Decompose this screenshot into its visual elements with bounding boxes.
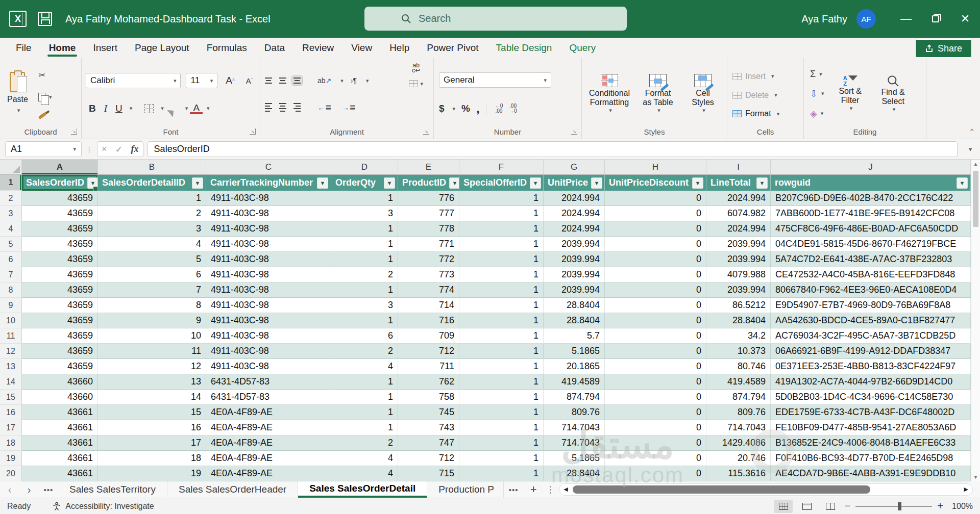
cell[interactable]: 475CF8C6-49F6-486E-B0AD-AFC6A50CDD	[771, 221, 971, 237]
cell[interactable]: 2039.994	[544, 282, 605, 298]
cell[interactable]: 2024.994	[706, 221, 771, 237]
cell[interactable]: 1	[331, 191, 398, 206]
cell[interactable]: 10	[98, 328, 206, 344]
cell[interactable]: 28.8404	[706, 313, 771, 328]
name-box[interactable]: A1▾	[5, 141, 82, 157]
autosum-button[interactable]: Σ▾	[807, 68, 827, 81]
cell[interactable]: 712	[398, 451, 459, 466]
expand-formula-bar-icon[interactable]: ▾	[962, 141, 979, 157]
cell[interactable]: 4911-403C-98	[206, 328, 331, 344]
cell[interactable]: 774	[398, 282, 459, 298]
cell[interactable]: 06A66921-6B9F-4199-A912-DDAFD38347	[771, 344, 971, 359]
cancel-formula-button[interactable]: ×	[102, 144, 107, 155]
cell[interactable]: E9D54907-E7B7-4969-80D9-76BA69F8A8	[771, 298, 971, 313]
align-right-button[interactable]	[292, 101, 302, 113]
fill-color-button[interactable]	[166, 102, 181, 115]
cell[interactable]: 776	[398, 191, 459, 206]
cell[interactable]: 809.76	[706, 405, 771, 420]
search-input[interactable]: Search	[364, 7, 627, 31]
column-header-A[interactable]: A	[22, 160, 98, 174]
next-sheet-button[interactable]: ›	[19, 481, 39, 498]
column-header-D[interactable]: D	[331, 160, 398, 174]
cell[interactable]: 4079.988	[706, 267, 771, 282]
cell[interactable]: 0	[605, 466, 706, 481]
cell[interactable]: 1	[459, 252, 544, 267]
row-header-20[interactable]: 20	[0, 466, 22, 481]
cell[interactable]: 0	[605, 451, 706, 466]
filter-dropdown-icon[interactable]: ▼	[591, 177, 602, 189]
filter-dropdown-icon[interactable]: ▼	[957, 177, 968, 189]
find-select-button[interactable]: Find & Select▾	[873, 62, 913, 125]
cell[interactable]: 1	[459, 451, 544, 466]
cell[interactable]: 43661	[22, 405, 98, 420]
cell[interactable]: 809.76	[544, 405, 605, 420]
clear-button[interactable]: ◈▾	[807, 107, 827, 120]
cell[interactable]: 1	[331, 405, 398, 420]
cell[interactable]: 80667840-F962-4EE3-96E0-AECA108E0D4	[771, 282, 971, 298]
cell[interactable]: AE4CDA7D-9B6E-4ABB-A391-E9E9DDB10	[771, 466, 971, 481]
row-header-12[interactable]: 12	[0, 344, 22, 359]
cell[interactable]: 12	[98, 359, 206, 374]
cell[interactable]: 716	[398, 313, 459, 328]
ribbon-tab-file[interactable]: File	[7, 38, 40, 58]
cell-styles-button[interactable]: Cell Styles▾	[682, 62, 724, 125]
cell[interactable]: 743	[398, 420, 459, 435]
column-header-I[interactable]: I	[706, 160, 771, 174]
cell[interactable]: 2039.994	[706, 237, 771, 252]
cell[interactable]: 1	[459, 206, 544, 221]
cell[interactable]: 14	[98, 390, 206, 405]
cell[interactable]: 4911-403C-98	[206, 313, 331, 328]
cell[interactable]: 28.8404	[544, 298, 605, 313]
cell[interactable]: 747	[398, 435, 459, 451]
cell[interactable]: 1	[459, 390, 544, 405]
cell[interactable]: 0	[605, 221, 706, 237]
decrease-indent-button[interactable]: ←≣	[314, 103, 335, 112]
cell[interactable]: 6431-4D57-83	[206, 390, 331, 405]
header-cell-rowguid[interactable]: rowguid▼	[771, 175, 971, 191]
decrease-font-button[interactable]: Aˇ	[243, 76, 256, 85]
cell[interactable]: 5.1865	[544, 344, 605, 359]
cell[interactable]: 2039.994	[544, 252, 605, 267]
cell[interactable]: 4E0A-4F89-AE	[206, 420, 331, 435]
filter-dropdown-icon[interactable]: ▼	[756, 177, 768, 189]
cell[interactable]: 709	[398, 328, 459, 344]
cell[interactable]: 17	[98, 435, 206, 451]
cell[interactable]: 43659	[22, 221, 98, 237]
cell[interactable]: 4E0A-4F89-AE	[206, 405, 331, 420]
avatar[interactable]: AF	[856, 9, 876, 29]
increase-decimal-button[interactable]: ←0.00	[495, 104, 503, 114]
cell[interactable]: 7ABB600D-1E77-41BE-9FE5-B9142CFC08	[771, 206, 971, 221]
cell[interactable]: 1	[459, 359, 544, 374]
cell[interactable]: 9	[98, 313, 206, 328]
cell[interactable]: 4911-403C-98	[206, 221, 331, 237]
cell[interactable]: AC769034-3C2F-495C-A5A7-3B71CDB25D	[771, 328, 971, 344]
ribbon-tab-view[interactable]: View	[342, 38, 381, 58]
cell[interactable]: 43660	[22, 374, 98, 390]
cell[interactable]: 28.8404	[544, 313, 605, 328]
cell[interactable]: 1429.4086	[706, 435, 771, 451]
copy-button[interactable]: ▾	[35, 92, 55, 102]
row-header-9[interactable]: 9	[0, 298, 22, 313]
ribbon-tab-power-pivot[interactable]: Power Pivot	[418, 38, 487, 58]
format-as-table-button[interactable]: Format as Table▾	[637, 62, 679, 125]
cell[interactable]: 0	[605, 252, 706, 267]
sheet-tab-sales-salesorderdetail[interactable]: Sales SalesOrderDetail	[298, 481, 427, 498]
cell[interactable]: 1	[459, 221, 544, 237]
cell[interactable]: 43661	[22, 435, 98, 451]
cell[interactable]: 4911-403C-98	[206, 237, 331, 252]
cell[interactable]: 0	[605, 328, 706, 344]
cell[interactable]: 772	[398, 252, 459, 267]
number-dialog-launcher[interactable]	[571, 128, 577, 135]
cell[interactable]: 43659	[22, 206, 98, 221]
ribbon-tab-help[interactable]: Help	[381, 38, 418, 58]
cell[interactable]: AA542630-BDCD-4CE5-89A0-C1BF827477	[771, 313, 971, 328]
cell[interactable]: 0	[605, 359, 706, 374]
cell[interactable]: 11	[98, 344, 206, 359]
row-header-15[interactable]: 15	[0, 390, 22, 405]
cell[interactable]: 4911-403C-98	[206, 252, 331, 267]
all-sheets-button[interactable]: •••	[39, 481, 58, 498]
cell[interactable]: 43661	[22, 420, 98, 435]
scroll-left-icon[interactable]: ◀	[564, 486, 568, 493]
cell[interactable]: 43659	[22, 191, 98, 206]
cell[interactable]: 4	[331, 359, 398, 374]
